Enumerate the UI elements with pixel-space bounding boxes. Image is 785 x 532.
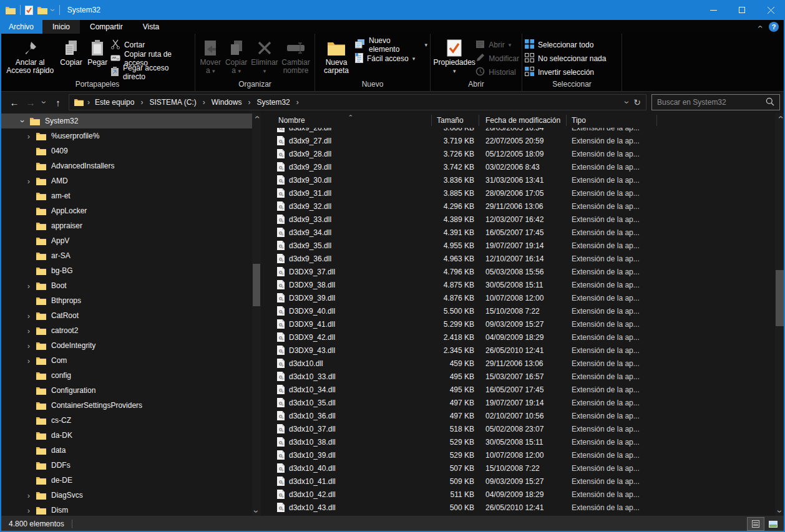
sidebar-item-da-dk[interactable]: da-DK (0, 428, 252, 443)
breadcrumb-separator-icon[interactable]: › (139, 98, 144, 107)
sidebar-item-configuration[interactable]: Configuration (0, 383, 252, 398)
minimize-button[interactable] (699, 0, 728, 20)
rename-button[interactable]: Cambiar nombre (280, 36, 312, 78)
breadcrumb-separator-icon[interactable]: › (295, 98, 300, 107)
sidebar-item-am-et[interactable]: am-et (0, 188, 252, 203)
file-row[interactable]: d3dx10_38.dll529 KB30/05/2008 15:11Exten… (263, 435, 775, 448)
file-row[interactable]: d3dx10_42.dll511 KB04/09/2009 18:29Exten… (263, 488, 775, 501)
file-row[interactable]: d3dx9_28.dll3.726 KB05/12/2005 18:09Exte… (263, 147, 775, 160)
collapse-ribbon-icon[interactable]: › (756, 26, 764, 29)
scroll-up-icon[interactable]: › (252, 113, 261, 122)
scroll-up-icon[interactable]: › (775, 113, 785, 122)
file-row[interactable]: d3dx10_43.dll500 KB26/05/2010 12:41Exten… (263, 501, 775, 514)
sidebar-item-containersettingsproviders[interactable]: ContainerSettingsProviders (0, 398, 252, 413)
breadcrumb-separator-icon[interactable]: › (202, 98, 207, 107)
details-view-button[interactable] (748, 518, 764, 530)
breadcrumb-separator-icon[interactable]: › (246, 98, 251, 107)
file-row[interactable]: D3DX9_41.dll5.299 KB09/03/2009 15:27Exte… (263, 317, 775, 331)
sidebar-scrollbar-thumb[interactable] (253, 264, 260, 306)
list-scrollbar[interactable]: › › (775, 113, 785, 516)
sidebar-item-ar-sa[interactable]: ar-SA (0, 248, 252, 263)
column-header-date[interactable]: Fecha de modificación (479, 115, 567, 126)
move-to-button[interactable]: Mover a ▾ (198, 36, 223, 78)
tab-file[interactable]: Archivo (0, 20, 42, 34)
select-all-button[interactable]: Seleccionar todo (525, 38, 606, 52)
file-row[interactable]: d3dx10_34.dll495 KB16/05/2007 17:45Exten… (263, 383, 775, 396)
sidebar-item-0409[interactable]: 0409 (0, 143, 252, 158)
file-row[interactable]: d3dx10_39.dll529 KB10/07/2008 12:00Exten… (263, 448, 775, 462)
file-row[interactable]: D3DX9_43.dll2.345 KB26/05/2010 12:41Exte… (263, 344, 775, 357)
help-icon[interactable]: ? (769, 22, 779, 32)
chevron-right-icon[interactable]: › (24, 132, 34, 141)
sidebar-item-codeintegrity[interactable]: ›CodeIntegrity (0, 338, 252, 353)
back-button[interactable]: ← (6, 97, 22, 108)
file-row[interactable]: D3DX9_39.dll4.876 KB10/07/2008 12:00Exte… (263, 291, 775, 304)
paste-button[interactable]: Pegar (85, 36, 110, 78)
sidebar-item-applocker[interactable]: AppLocker (0, 203, 252, 218)
file-row[interactable]: D3DX9_42.dll2.418 KB04/09/2009 18:29Exte… (263, 331, 775, 344)
sidebar-item-catroot[interactable]: ›CatRoot (0, 308, 252, 323)
file-row[interactable]: d3dx10_35.dll497 KB19/07/2007 19:14Exten… (263, 396, 775, 409)
file-row[interactable]: d3dx10.dll459 KB29/11/2006 13:06Extensió… (263, 357, 775, 370)
breadcrumb-segment-system32[interactable]: System32 (253, 98, 293, 107)
pin-to-quick-access-button[interactable]: Anclar al Acceso rápido (2, 36, 57, 78)
sidebar-item-config[interactable]: config (0, 368, 252, 383)
file-row[interactable]: d3dx10_33.dll495 KB15/03/2007 16:57Exten… (263, 370, 775, 383)
delete-button[interactable]: Eliminar▾ (250, 36, 280, 78)
file-row-partial[interactable]: d3dx9_26.dll3.666 KB26/05/2005 16:34Exte… (263, 128, 775, 134)
sidebar-item-de-de[interactable]: de-DE (0, 473, 252, 488)
customize-qat-chevron-icon[interactable]: › (49, 9, 57, 12)
file-row[interactable]: d3dx10_36.dll497 KB02/10/2007 10:56Exten… (263, 409, 775, 422)
new-folder-button[interactable]: Nueva carpeta (318, 36, 355, 78)
chevron-right-icon[interactable]: › (24, 341, 34, 351)
sidebar-item-boot[interactable]: ›Boot (0, 278, 252, 293)
easy-access-button[interactable]: Fácil acceso ▾ (355, 52, 427, 65)
file-row[interactable]: d3dx10_41.dll509 KB09/03/2009 15:27Exten… (263, 475, 775, 488)
file-row[interactable]: D3DX9_37.dll4.796 KB05/03/2008 15:56Exte… (263, 265, 775, 278)
chevron-right-icon[interactable]: › (24, 356, 34, 365)
properties-check-icon[interactable] (25, 6, 33, 15)
file-row[interactable]: d3dx9_34.dll4.391 KB16/05/2007 17:45Exte… (263, 226, 775, 239)
sidebar-item-amd[interactable]: ›AMD (0, 173, 252, 188)
column-header-type[interactable]: Tipo (567, 115, 657, 126)
recent-locations-chevron-icon[interactable]: › (40, 101, 49, 104)
new-folder-qat-icon[interactable] (37, 6, 47, 14)
file-row[interactable]: D3DX9_40.dll5.500 KB15/10/2008 7:22Exten… (263, 304, 775, 317)
chevron-right-icon[interactable]: › (24, 177, 34, 186)
list-scrollbar-thumb[interactable] (776, 270, 784, 326)
scroll-down-icon[interactable]: › (775, 507, 785, 516)
sidebar-item-cs-cz[interactable]: cs-CZ (0, 413, 252, 428)
edit-button[interactable]: Modificar (475, 52, 519, 65)
sidebar-item-system32[interactable]: ›System32 (0, 114, 252, 128)
thumbnails-view-button[interactable] (765, 518, 781, 530)
copy-button[interactable]: Copiar (57, 36, 84, 78)
chevron-down-icon[interactable]: › (18, 116, 27, 126)
copy-to-button[interactable]: Copiar a ▾ (223, 36, 249, 78)
paste-shortcut-button[interactable]: Pegar acceso directo (110, 65, 192, 79)
search-input[interactable] (657, 98, 766, 107)
search-box[interactable] (651, 94, 780, 110)
file-row[interactable]: d3dx9_31.dll3.885 KB28/09/2006 17:05Exte… (263, 186, 775, 200)
address-bar[interactable]: › Este equipo›SISTEMA (C:)›Windows›Syste… (69, 94, 646, 110)
sidebar-item-com[interactable]: ›Com (0, 353, 252, 368)
file-row[interactable]: d3dx9_36.dll4.963 KB12/10/2007 16:14Exte… (263, 252, 775, 265)
sidebar-item-catroot2[interactable]: ›catroot2 (0, 323, 252, 338)
breadcrumb-segment-sistema-c[interactable]: SISTEMA (C:) (145, 98, 200, 107)
file-row[interactable]: d3dx9_32.dll4.296 KB29/11/2006 13:06Exte… (263, 200, 775, 213)
file-row[interactable]: D3DX9_38.dll4.875 KB30/05/2008 15:11Exte… (263, 278, 775, 291)
search-icon[interactable] (766, 97, 774, 108)
sidebar-item-bg-bg[interactable]: bg-BG (0, 263, 252, 278)
chevron-right-icon[interactable]: › (24, 491, 34, 500)
up-button[interactable]: ↑ (50, 97, 66, 108)
open-button[interactable]: Abrir ▾ (475, 38, 519, 52)
sidebar-item-data[interactable]: data (0, 443, 252, 458)
chevron-right-icon[interactable]: › (24, 311, 34, 321)
chevron-right-icon[interactable]: › (24, 506, 34, 515)
breadcrumb-segment-este-equipo[interactable]: Este equipo (91, 98, 138, 107)
scroll-down-icon[interactable]: › (252, 507, 261, 516)
forward-button[interactable]: → (22, 97, 39, 108)
file-row[interactable]: d3dx10_37.dll518 KB05/02/2008 23:07Exten… (263, 422, 775, 435)
chevron-right-icon[interactable]: › (24, 326, 34, 336)
file-row[interactable]: d3dx9_27.dll3.719 KB22/07/2005 20:59Exte… (263, 134, 775, 147)
close-button[interactable] (756, 0, 785, 20)
